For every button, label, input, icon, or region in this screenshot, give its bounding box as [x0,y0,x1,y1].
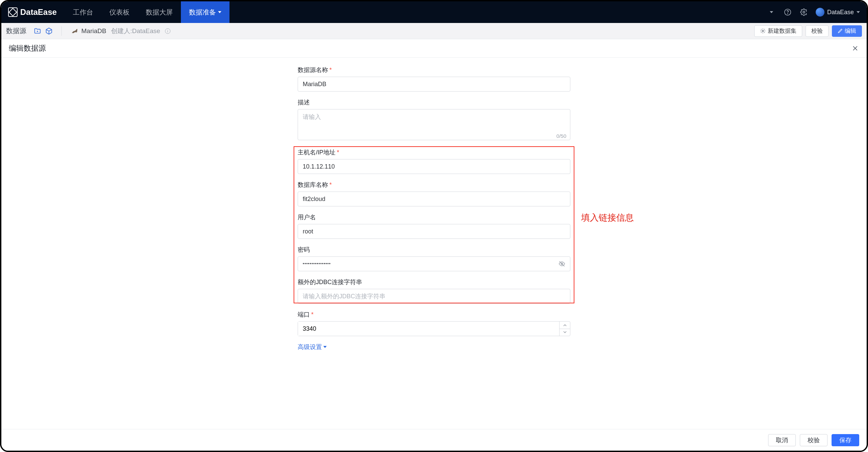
user-name: DataEase [827,9,854,16]
divider [61,26,62,36]
navbar-right: DataEase [767,8,860,17]
number-spinner [559,322,570,336]
folder-plus-icon [34,27,41,35]
avatar [816,8,824,17]
save-button[interactable]: 保存 [832,434,859,446]
gear-icon [800,8,808,16]
required-mark: * [329,181,332,189]
nav-workspace[interactable]: 工作台 [65,1,101,23]
user-input[interactable] [298,224,570,239]
field-password: 密码 •••••••••••••••• [298,246,570,271]
chevron-down-icon [218,11,221,13]
spinner-down[interactable] [560,329,570,336]
svg-point-2 [803,11,805,13]
modal-title: 编辑数据源 [9,43,46,53]
spinner-up[interactable] [560,322,570,329]
cancel-button[interactable]: 取消 [768,434,796,446]
desc-textarea[interactable] [298,109,570,140]
close-button[interactable] [851,44,859,52]
field-jdbc: 额外的JDBC连接字符串 [298,278,570,304]
modal-footer: 取消 校验 保存 [1,429,867,451]
svg-point-1 [787,14,788,14]
pwd-mask: •••••••••••••••• [303,261,331,266]
chevron-down-icon [857,11,860,13]
port-input-wrap [298,321,570,336]
nav-datav[interactable]: 数据大屏 [138,1,181,23]
field-username: 用户名 [298,213,570,239]
field-db-name: 数据库名称* [298,181,570,206]
nav-dropdown-caret[interactable] [767,8,776,17]
validate-button-top[interactable]: 校验 [806,25,829,37]
svg-point-3 [762,30,763,31]
info-icon[interactable]: i [165,28,170,34]
top-navbar: DataEase 工作台 仪表板 数据大屏 数据准备 DataEase [1,1,867,23]
help-button[interactable] [783,8,792,17]
host-label: 主机名/IP地址 [298,148,335,156]
breadcrumb-ds-name: MariaDB [81,27,106,35]
brand-logo[interactable]: DataEase [8,7,57,17]
mariadb-icon [71,27,78,35]
annotation-text: 填入链接信息 [581,212,634,224]
sub-header: 数据源 MariaDB 创建人:DataEase i 新建数据集 校验 编辑 [1,23,867,39]
jdbc-label: 额外的JDBC连接字符串 [298,278,362,286]
section-title: 数据源 [6,26,30,35]
pencil-icon [838,28,843,33]
toggle-password-visibility[interactable] [559,260,565,267]
modal-header: 编辑数据源 [1,39,867,58]
pwd-label: 密码 [298,246,310,254]
form-container: 数据源名称* 描述 0/50 主机名/IP地址* 数据库名称* 用户名 密码 •… [298,66,570,351]
field-description: 描述 0/50 [298,98,570,142]
eye-off-icon [559,260,565,267]
edit-button-top[interactable]: 编辑 [832,25,862,37]
brand-name: DataEase [20,7,57,17]
logo-icon [8,7,18,17]
close-icon [852,45,859,52]
field-host: 主机名/IP地址* [298,148,570,174]
host-input[interactable] [298,159,570,174]
ds-name-input[interactable] [298,77,570,92]
user-menu[interactable]: DataEase [816,8,860,17]
navbar-left: DataEase 工作台 仪表板 数据大屏 数据准备 [8,1,229,23]
sub-header-right: 新建数据集 校验 编辑 [754,25,862,37]
required-mark: * [337,149,339,156]
ds-name-label: 数据源名称 [298,66,328,74]
add-cube-button[interactable] [45,27,53,35]
db-name-input[interactable] [298,192,570,206]
settings-button[interactable] [799,8,808,17]
jdbc-input[interactable] [298,289,570,304]
pwd-input[interactable]: •••••••••••••••• [298,256,570,271]
chevron-down-icon [770,11,773,13]
add-folder-button[interactable] [34,27,41,35]
modal-body: 数据源名称* 描述 0/50 主机名/IP地址* 数据库名称* 用户名 密码 •… [1,58,867,429]
validate-button[interactable]: 校验 [800,434,828,446]
field-ds-name: 数据源名称* [298,66,570,92]
help-icon [784,8,791,16]
sub-header-left: 数据源 MariaDB 创建人:DataEase i [6,26,170,36]
port-input[interactable] [298,322,559,336]
db-name-label: 数据库名称 [298,181,328,189]
chevron-down-icon [323,346,327,348]
advanced-settings-link[interactable]: 高级设置 [298,343,327,351]
gear-icon [760,28,766,34]
breadcrumb: MariaDB 创建人:DataEase i [71,27,170,35]
desc-counter: 0/50 [557,133,566,139]
required-mark: * [311,311,314,318]
nav-dashboard[interactable]: 仪表板 [101,1,138,23]
desc-label: 描述 [298,98,310,106]
user-label: 用户名 [298,213,316,221]
chevron-up-icon [563,324,567,326]
cube-icon [45,27,53,35]
nav-data-prep[interactable]: 数据准备 [181,1,229,23]
port-label: 端口 [298,310,310,319]
new-dataset-button[interactable]: 新建数据集 [754,25,802,37]
breadcrumb-meta: 创建人:DataEase [111,27,160,35]
chevron-down-icon [563,331,567,333]
required-mark: * [329,67,332,74]
field-port: 端口* [298,310,570,336]
